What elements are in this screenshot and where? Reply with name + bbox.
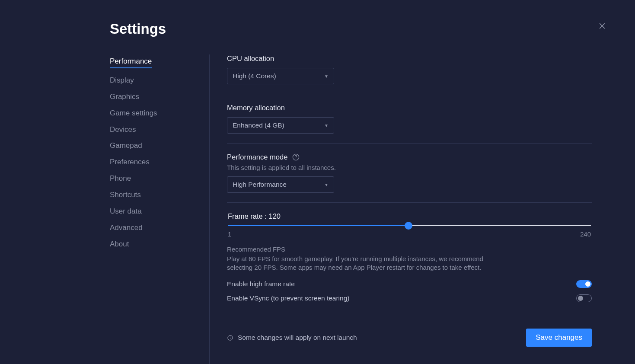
sidebar-item-shortcuts[interactable]: Shortcuts	[110, 191, 141, 199]
help-icon[interactable]	[292, 153, 300, 161]
perfmode-note: This setting is applied to all instances…	[227, 164, 592, 171]
vsync-label: Enable VSync (to prevent screen tearing)	[227, 294, 349, 302]
cpu-label: CPU allocation	[227, 54, 592, 63]
perfmode-label: Performance mode	[227, 153, 287, 161]
svg-point-3	[296, 159, 296, 159]
slider-fill	[228, 225, 408, 226]
perfmode-select[interactable]: High Performance ▼	[227, 176, 334, 193]
slider-thumb[interactable]	[405, 222, 412, 230]
info-icon	[227, 335, 233, 341]
section-framerate: Frame rate : 120 1 240 Recommended FPS P…	[227, 212, 592, 318]
chevron-down-icon: ▼	[324, 123, 329, 128]
perfmode-select-value: High Performance	[233, 181, 287, 188]
section-cpu: CPU allocation High (4 Cores) ▼	[227, 54, 592, 94]
framerate-value: 120	[268, 212, 281, 220]
cpu-select-value: High (4 Cores)	[233, 72, 276, 80]
sidebar-item-gamepad[interactable]: Gamepad	[110, 141, 142, 150]
high-fps-toggle[interactable]	[576, 280, 592, 288]
cpu-select[interactable]: High (4 Cores) ▼	[227, 68, 334, 84]
framerate-slider[interactable]	[228, 225, 591, 226]
save-button[interactable]: Save changes	[526, 329, 592, 347]
sidebar-item-phone[interactable]: Phone	[110, 174, 131, 183]
slider-max: 240	[580, 230, 591, 238]
sidebar-item-user-data[interactable]: User data	[110, 207, 142, 216]
recommend-text: Play at 60 FPS for smooth gameplay. If y…	[227, 255, 504, 272]
main-panel: CPU allocation High (4 Cores) ▼ Memory a…	[209, 54, 613, 364]
sidebar-item-graphics[interactable]: Graphics	[110, 93, 139, 101]
sidebar-item-performance[interactable]: Performance	[110, 57, 152, 68]
sidebar-item-display[interactable]: Display	[110, 76, 134, 85]
chevron-down-icon: ▼	[324, 74, 329, 79]
high-fps-label: Enable high frame rate	[227, 280, 295, 288]
page-title: Settings	[110, 21, 613, 37]
sidebar-item-devices[interactable]: Devices	[110, 125, 136, 134]
section-memory: Memory allocation Enhanced (4 GB) ▼	[227, 104, 592, 144]
vsync-toggle[interactable]	[576, 294, 592, 302]
sidebar-item-preferences[interactable]: Preferences	[110, 158, 150, 166]
toggle-knob	[578, 296, 583, 301]
sidebar-item-about[interactable]: About	[110, 240, 129, 249]
recommend-title: Recommended FPS	[227, 246, 592, 253]
close-button[interactable]	[598, 22, 608, 32]
memory-select[interactable]: Enhanced (4 GB) ▼	[227, 117, 334, 134]
footer: Some changes will apply on next launch S…	[227, 318, 592, 364]
sidebar: PerformanceDisplayGraphicsGame settingsD…	[110, 54, 209, 364]
chevron-down-icon: ▼	[324, 182, 329, 187]
memory-label: Memory allocation	[227, 104, 592, 112]
framerate-label: Frame rate : 120	[227, 212, 592, 220]
close-icon	[598, 22, 606, 30]
footer-note-text: Some changes will apply on next launch	[238, 334, 357, 342]
section-performance-mode: Performance mode This setting is applied…	[227, 153, 592, 203]
sidebar-item-advanced[interactable]: Advanced	[110, 224, 143, 232]
svg-point-6	[230, 336, 230, 337]
memory-select-value: Enhanced (4 GB)	[233, 121, 284, 129]
sidebar-item-game-settings[interactable]: Game settings	[110, 109, 157, 118]
slider-min: 1	[228, 230, 231, 238]
toggle-knob	[585, 281, 590, 287]
